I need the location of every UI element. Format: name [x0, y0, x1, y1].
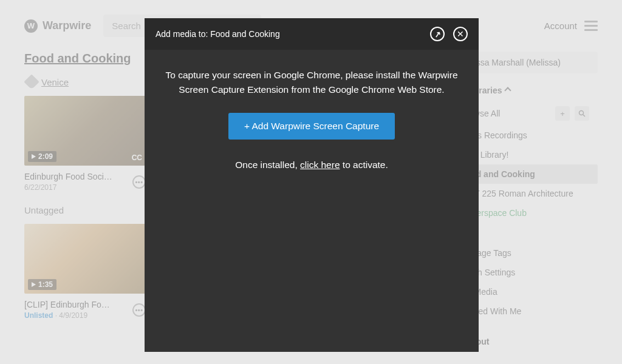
- arrow-icon: ↗: [433, 29, 441, 39]
- add-extension-button[interactable]: + Add Warpwire Screen Capture: [228, 113, 395, 140]
- modal-instruction: To capture your screen in Google Chrome,…: [157, 68, 466, 97]
- modal-title: Add media to: Food and Cooking: [156, 29, 430, 39]
- activate-link[interactable]: click here: [300, 160, 340, 170]
- open-external-button[interactable]: ↗: [430, 27, 445, 41]
- close-icon: ✕: [457, 29, 464, 39]
- activate-prefix: Once installed,: [235, 160, 300, 170]
- add-media-modal: Add media to: Food and Cooking ↗ ✕ To ca…: [145, 18, 479, 352]
- close-button[interactable]: ✕: [453, 27, 468, 41]
- activate-line: Once installed, click here to activate.: [157, 158, 466, 172]
- modal-header: Add media to: Food and Cooking ↗ ✕: [145, 18, 479, 50]
- activate-suffix: to activate.: [340, 160, 388, 170]
